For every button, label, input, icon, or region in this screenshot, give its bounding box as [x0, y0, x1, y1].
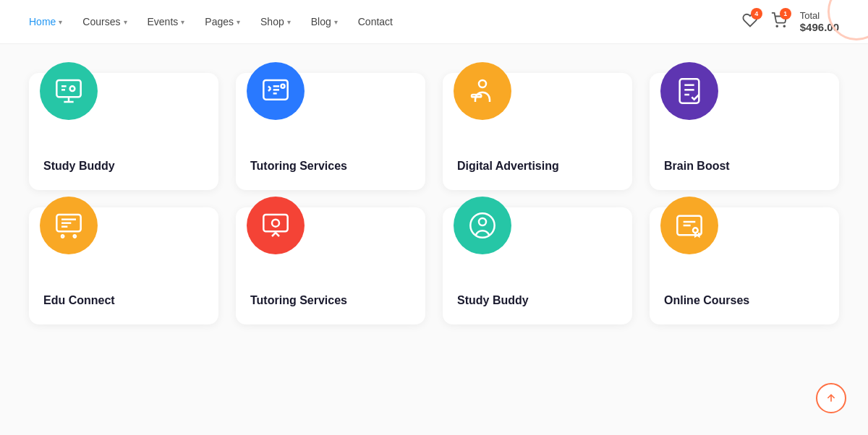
card-title-digital-advertising: Digital Advertising — [457, 160, 559, 173]
svg-rect-17 — [680, 79, 699, 103]
nav-item-blog[interactable]: Blog▾ — [311, 16, 338, 27]
cart-total-value: $496.00 — [800, 21, 839, 33]
svg-line-9 — [268, 86, 271, 88]
svg-point-32 — [479, 218, 486, 225]
card-title-study-buddy-1: Study Buddy — [43, 160, 115, 173]
svg-rect-27 — [263, 215, 287, 231]
svg-point-28 — [272, 220, 279, 227]
category-card-tutoring-services-1[interactable]: Tutoring Services — [236, 73, 425, 190]
chevron-down-icon: ▾ — [237, 18, 240, 26]
svg-point-36 — [693, 228, 698, 233]
card-icon-study-buddy-1 — [40, 62, 98, 120]
cart-total: Total $496.00 — [800, 10, 839, 33]
svg-point-25 — [61, 235, 64, 237]
nav-links: Home▾Courses▾Events▾Pages▾Shop▾Blog▾Cont… — [29, 16, 393, 27]
card-title-tutoring-services-2: Tutoring Services — [250, 294, 347, 307]
svg-point-15 — [479, 80, 486, 87]
card-title-online-courses: Online Courses — [664, 294, 749, 307]
category-grid: Study BuddyTutoring ServicesDigital Adve… — [29, 73, 839, 324]
svg-line-10 — [268, 89, 271, 91]
card-icon-tutoring-services-2 — [247, 197, 305, 254]
cart-total-label: Total — [800, 10, 839, 21]
category-card-study-buddy-1[interactable]: Study Buddy — [29, 73, 218, 190]
arrow-up-icon — [825, 392, 837, 404]
chevron-down-icon: ▾ — [59, 18, 62, 26]
category-card-brain-boost[interactable]: Brain Boost — [650, 73, 839, 190]
main-content: Study BuddyTutoring ServicesDigital Adve… — [0, 44, 868, 435]
back-to-top-button[interactable] — [816, 383, 846, 413]
card-title-tutoring-services-1: Tutoring Services — [250, 160, 347, 173]
category-card-tutoring-services-2[interactable]: Tutoring Services — [236, 207, 425, 324]
svg-point-26 — [74, 235, 76, 237]
category-card-digital-advertising[interactable]: Digital Advertising — [443, 73, 632, 190]
cart-badge: 1 — [780, 8, 791, 20]
card-title-study-buddy-2: Study Buddy — [457, 294, 529, 307]
nav-item-events[interactable]: Events▾ — [148, 16, 185, 27]
nav-item-home[interactable]: Home▾ — [29, 16, 62, 27]
card-icon-online-courses — [660, 197, 718, 254]
svg-point-14 — [281, 85, 285, 88]
cart-button[interactable]: 1 — [771, 12, 787, 31]
category-card-edu-connect[interactable]: Edu Connect — [29, 207, 218, 324]
svg-point-5 — [70, 86, 75, 91]
card-icon-tutoring-services-1 — [247, 62, 305, 120]
card-title-edu-connect: Edu Connect — [43, 294, 115, 307]
card-title-brain-boost: Brain Boost — [664, 160, 730, 173]
card-icon-brain-boost — [660, 62, 718, 120]
svg-point-1 — [783, 25, 785, 27]
wishlist-badge: 4 — [751, 8, 762, 20]
card-icon-digital-advertising — [454, 62, 511, 120]
nav-item-pages[interactable]: Pages▾ — [205, 16, 240, 27]
nav-item-contact[interactable]: Contact — [358, 16, 393, 27]
svg-point-0 — [776, 25, 778, 27]
card-icon-edu-connect — [40, 197, 98, 254]
card-icon-study-buddy-2 — [454, 197, 511, 254]
navbar: Home▾Courses▾Events▾Pages▾Shop▾Blog▾Cont… — [0, 0, 868, 44]
category-card-study-buddy-2[interactable]: Study Buddy — [443, 207, 632, 324]
nav-item-courses[interactable]: Courses▾ — [82, 16, 127, 27]
chevron-down-icon: ▾ — [181, 18, 184, 26]
nav-right: 4 1 Total $496.00 — [742, 10, 839, 33]
svg-rect-2 — [56, 80, 80, 97]
chevron-down-icon: ▾ — [334, 18, 338, 26]
wishlist-button[interactable]: 4 — [742, 12, 758, 31]
chevron-down-icon: ▾ — [124, 18, 127, 26]
chevron-down-icon: ▾ — [287, 18, 291, 26]
nav-item-shop[interactable]: Shop▾ — [260, 16, 291, 27]
category-card-online-courses[interactable]: Online Courses — [650, 207, 839, 324]
